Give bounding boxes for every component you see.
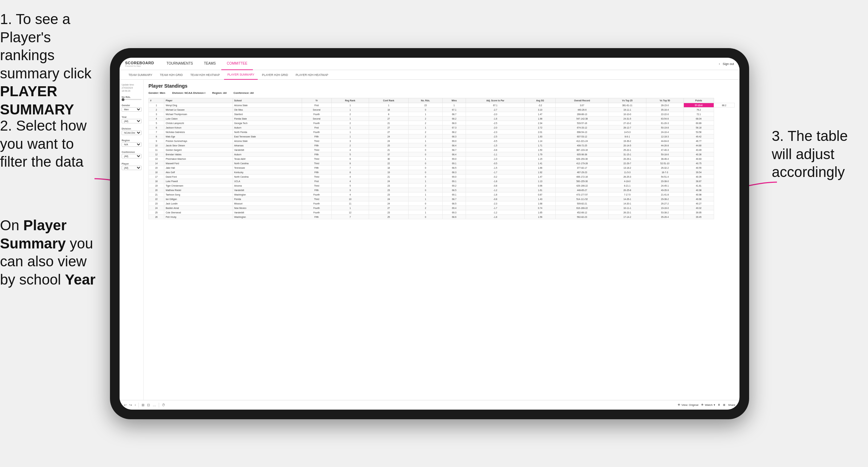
table-row[interactable]: 9Preston SummerhaysArizona StateThird324…: [149, 139, 735, 143]
table-row[interactable]: 2Michael Le SasseeOle MissSecond118067.1…: [149, 108, 735, 112]
table-row[interactable]: 19Tiger ChristensenArizonaThird523269.2-…: [149, 184, 735, 188]
export-btn[interactable]: ⬆: [718, 403, 720, 407]
slider[interactable]: [122, 99, 142, 100]
conference-label: Conference: [122, 151, 141, 153]
slider-thumb[interactable]: [122, 98, 124, 101]
paste-icon[interactable]: ⊡: [147, 403, 150, 407]
col-avg-sg[interactable]: Avg SG: [525, 98, 556, 103]
gender-label: Gender: [122, 104, 141, 107]
sidebar-no-rds: No Rds.: [122, 96, 141, 100]
sidebar-player: Player (All): [122, 163, 141, 170]
col-player[interactable]: Player: [164, 98, 233, 103]
col-reg-rank[interactable]: Reg Rank: [332, 98, 369, 103]
col-vs-top25[interactable]: Vs Top 25: [609, 98, 646, 103]
col-points[interactable]: Points: [683, 98, 714, 103]
clock-icon[interactable]: ⏱: [162, 403, 165, 407]
table-row[interactable]: 7Nicholas GabrieicisNorth FloridaFourth1…: [149, 130, 735, 134]
slider-container[interactable]: [122, 99, 141, 100]
player-label: Player: [122, 163, 141, 165]
col-wins[interactable]: Wins: [443, 98, 466, 103]
table-row[interactable]: 24Bastien AmatNew MexicoFourth127269.4-1…: [149, 206, 735, 210]
col-vs-top50[interactable]: Vs Top 50: [646, 98, 683, 103]
division-label: Division: [122, 127, 141, 130]
step2-text: 2. Select how you want to filter the dat…: [0, 117, 100, 171]
table-row[interactable]: 23Jack LundinMissouriFourth1124068.5-2.3…: [149, 201, 735, 206]
instruction-step3: On Player Summary you can also view by s…: [0, 216, 100, 289]
tablet-frame: SCOREBOARD Powered by dippi TOURNAMENTS …: [110, 48, 749, 419]
filter-division: Division: NCAA Division I: [172, 91, 205, 94]
sidebar-update: Update time: 27/03/2024 16:56:26: [122, 83, 141, 92]
col-adj-score[interactable]: Adj. Score to Par: [466, 98, 525, 103]
table-row[interactable]: 15Jake HallTennesseeFifth718068.5-1.51.6…: [149, 166, 735, 170]
year-select[interactable]: (All) First Second Third Fourth Fifth: [122, 119, 142, 123]
toolbar-divider-1: [138, 403, 139, 408]
table-row[interactable]: 13Phechakon MaichonTexas A&MThird630169.…: [149, 157, 735, 161]
col-rank[interactable]: #: [149, 98, 164, 103]
table-row[interactable]: 18Luke PowellUCLAFirst424169.1-1.81.1350…: [149, 179, 735, 184]
col-yr[interactable]: Yr: [302, 98, 332, 103]
sidebar-year: Year (All) First Second Third Fourth Fif…: [122, 116, 141, 123]
undo-icon[interactable]: ↩: [124, 403, 126, 407]
watch-btn[interactable]: 👁 Watch ▾: [701, 403, 715, 407]
filter-conference: Conference: All: [233, 91, 254, 94]
conference-select[interactable]: (All): [122, 154, 142, 158]
table-row[interactable]: 25Cole SherwoodVanderbiltFourth1223169.3…: [149, 210, 735, 215]
table-row[interactable]: 20Matthew RiedelVanderbiltFifth923068.5-…: [149, 188, 735, 192]
filter-gender: Gender: Men: [148, 91, 165, 94]
sidebar-division: Division NCAA Division I: [122, 127, 141, 135]
share-btn[interactable]: Share: [728, 403, 735, 407]
table-row[interactable]: 12Brendan ValdesAuburnFifth537068.4-1.11…: [149, 152, 735, 157]
nav-tournaments[interactable]: TOURNAMENTS: [161, 58, 198, 70]
col-conf-rank[interactable]: Conf Rank: [369, 98, 409, 103]
col-overall-record[interactable]: Overall Record: [556, 98, 609, 103]
nav-items: TOURNAMENTS TEAMS COMMITTEE: [161, 58, 719, 70]
sub-nav-player-h2h-grid[interactable]: PLAYER H2H GRID: [258, 70, 291, 80]
sub-nav-player-summary[interactable]: PLAYER SUMMARY: [224, 70, 258, 80]
table-icon[interactable]: ⊞: [723, 403, 725, 407]
back-icon[interactable]: ‹: [135, 403, 136, 407]
eye-icon: 👁: [678, 403, 680, 407]
sub-nav-team-summary[interactable]: TEAM SUMMARY: [125, 70, 156, 80]
table-row[interactable]: 5Christo LamprechtGeorgia TechFourth2212…: [149, 121, 735, 125]
sign-out-link[interactable]: Sign out: [723, 62, 734, 66]
sub-nav-team-h2h-heatmap[interactable]: TEAM H2H HEATMAP: [187, 70, 223, 80]
redo-icon[interactable]: ↪: [129, 403, 132, 407]
table-row[interactable]: 17David FordNorth CarolinaThird421069.0-…: [149, 175, 735, 179]
sub-nav-player-h2h-heatmap[interactable]: PLAYER H2H HEATMAP: [292, 70, 332, 80]
table-row[interactable]: 16Alex GoffKentuckyFifth819068.3-1.71.92…: [149, 170, 735, 175]
player-standings-table: # Player School Yr Reg Rank Conf Rank No…: [148, 98, 735, 219]
division-select[interactable]: NCAA Division I: [122, 131, 142, 135]
table-row[interactable]: 1Wenyi DingArizona StateFirst1115167.1-3…: [149, 103, 735, 108]
table-row[interactable]: 3Michael ThorbjornsenStanfordFourth28168…: [149, 112, 735, 116]
region-select[interactable]: N/A: [122, 142, 142, 147]
gender-select[interactable]: Men Women: [122, 107, 142, 112]
sub-nav: TEAM SUMMARY TEAM H2H GRID TEAM H2H HEAT…: [120, 70, 739, 80]
table-row[interactable]: 26Petr HrubyWashingtonFifth725068.6-1.81…: [149, 215, 735, 219]
table-row[interactable]: 22Ian GilliganFloridaThird1024168.7-0.81…: [149, 197, 735, 201]
sidebar-region: Region N/A: [122, 139, 141, 147]
table-row[interactable]: 8Mats EgeEast Tennessee StateFifth124268…: [149, 134, 735, 139]
table-row[interactable]: 14Maxwell FordNorth CarolinaThird822069.…: [149, 161, 735, 166]
tablet-screen: SCOREBOARD Powered by dippi TOURNAMENTS …: [120, 58, 739, 410]
table-row[interactable]: 11Gordon SargentVanderbiltThird421068.7-…: [149, 148, 735, 152]
col-school[interactable]: School: [233, 98, 302, 103]
table-row[interactable]: 4Luke ClatonFlorida StateSecond127268.2-…: [149, 116, 735, 121]
table-row[interactable]: 10Jacob Skov OlesenArkansasFifth225068.4…: [149, 143, 735, 148]
logo-text: SCOREBOARD: [125, 61, 154, 65]
watch-chevron: ▾: [714, 403, 715, 407]
table-row[interactable]: 6Jackson KoivunAuburnFirst127167.3-2.02.…: [149, 125, 735, 130]
nav-committee[interactable]: COMMITTEE: [221, 58, 253, 70]
scoreboard-logo: SCOREBOARD Powered by dippi: [125, 61, 154, 67]
more-icon[interactable]: …: [153, 403, 156, 407]
sub-nav-team-h2h-grid[interactable]: TEAM H2H GRID: [156, 70, 186, 80]
filter-region: Region: All: [212, 91, 227, 94]
nav-right: › Sign out: [719, 62, 734, 66]
table-filters-row: Gender: Men Division: NCAA Division I Re…: [148, 91, 735, 94]
logo-sub: Powered by dippi: [125, 65, 154, 67]
view-original-btn[interactable]: 👁 View: Original: [678, 403, 698, 407]
col-no-rds[interactable]: No. Rds.: [409, 98, 443, 103]
nav-teams[interactable]: TEAMS: [199, 58, 221, 70]
table-row[interactable]: 21Taehoon SongWashingtonFourth423169.1-1…: [149, 192, 735, 197]
player-select[interactable]: (All): [122, 166, 142, 170]
copy-icon[interactable]: ⊞: [142, 403, 144, 407]
